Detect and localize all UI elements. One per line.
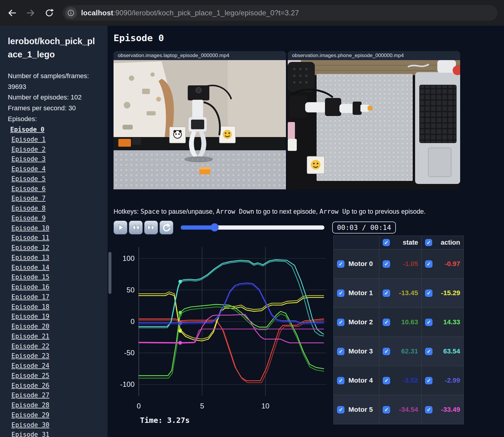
sidebar-episode-link[interactable]: Episode 22 [11, 341, 100, 351]
sidebar-episode-link[interactable]: Episode 24 [11, 361, 100, 371]
motor-action-value: -2.99 [445, 377, 460, 384]
sidebar-episode-link[interactable]: Episode 13 [11, 253, 100, 263]
motor-label: Motor 3 [348, 347, 373, 355]
reload-icon[interactable] [44, 8, 55, 18]
motor-state-checkbox[interactable]: ✓ [383, 319, 390, 326]
sidebar-episode-link[interactable]: Episode 31 [11, 430, 100, 437]
motor-state-checkbox[interactable]: ✓ [383, 348, 390, 355]
hotkey-arrow-up: Arrow Up [320, 208, 350, 215]
sidebar-episode-link[interactable]: Episode 29 [11, 410, 100, 420]
motor-row-checkbox[interactable]: ✓ [337, 289, 345, 297]
motor-action-checkbox[interactable]: ✓ [425, 377, 433, 384]
sidebar-episode-link[interactable]: Episode 8 [11, 203, 100, 213]
sidebar-episode-link[interactable]: Episode 30 [11, 420, 100, 430]
sidebar-episode-link[interactable]: Episode 15 [11, 272, 100, 282]
sidebar-episode-link[interactable]: Episode 2 [11, 145, 100, 154]
motor-table-row: ✓Motor 1✓-13.45✓-15.29 [334, 278, 463, 307]
sidebar-episode-link[interactable]: Episode 16 [11, 282, 100, 292]
motor-action-checkbox[interactable]: ✓ [425, 319, 433, 326]
motor-state-value: -1.05 [403, 260, 418, 268]
video-row: observation.images.laptop_episode_000000… [114, 51, 504, 189]
motor-state-checkbox[interactable]: ✓ [383, 289, 390, 297]
motor-label: Motor 5 [348, 406, 373, 414]
motor-table-row: ✓Motor 2✓10.63✓14.33 [334, 307, 463, 337]
motor-state-checkbox[interactable]: ✓ [383, 260, 390, 268]
fps-count: Frames per second: 30 [8, 103, 98, 114]
time-marker-dot [178, 341, 182, 344]
sidebar-episode-link[interactable]: Episode 18 [11, 302, 100, 312]
motor-table-header: ✓ state ✓ action [334, 236, 463, 249]
rewind-button[interactable] [129, 221, 143, 234]
timeline-slider-thumb[interactable] [211, 223, 219, 231]
sidebar-episode-link[interactable]: Episode 28 [11, 400, 100, 410]
sidebar-episode-link[interactable]: Episode 21 [11, 332, 100, 341]
hotkeys-seg3: to go to previous episode. [350, 208, 426, 215]
motor-action-checkbox[interactable]: ✓ [425, 289, 433, 297]
sidebar-episode-link[interactable]: Episode 25 [11, 371, 100, 381]
video-scene-laptop-camera [114, 60, 286, 189]
y-tick-label: 0 [131, 317, 135, 325]
motor-action-checkbox[interactable]: ✓ [425, 348, 433, 355]
play-button[interactable] [114, 221, 127, 234]
state-column-checkbox[interactable]: ✓ [383, 239, 390, 246]
motor-table-header-action: ✓ action [421, 236, 463, 249]
sidebar-episode-link[interactable]: Episode 4 [11, 164, 100, 174]
motor-table: ✓ state ✓ action ✓Motor 0✓-1.05✓-0.97✓Mo… [333, 236, 464, 424]
motor-state-checkbox[interactable]: ✓ [383, 377, 390, 384]
browser-toolbar: localhost:9090/lerobot/koch_pick_place_1… [0, 0, 504, 26]
motor-action-value: 63.54 [443, 347, 460, 355]
sidebar-episode-link[interactable]: Episode 6 [11, 184, 100, 194]
sidebar-episode-link[interactable]: Episode 20 [11, 322, 100, 332]
x-tick-label: 5 [200, 402, 204, 410]
motor-row-checkbox[interactable]: ✓ [337, 260, 345, 268]
site-info-icon[interactable] [65, 7, 77, 19]
series-motor0-state [139, 320, 324, 383]
timeline-slider-fill [181, 225, 214, 230]
sidebar-episode-link[interactable]: Episode 7 [11, 194, 100, 203]
sidebar-episode-link[interactable]: Episode 19 [11, 312, 100, 322]
fast-forward-button[interactable] [144, 221, 158, 234]
motor-state-value: -34.54 [399, 406, 418, 414]
motor-state-value: 62.31 [401, 347, 418, 355]
sidebar-episode-link[interactable]: Episode 0 [10, 125, 100, 135]
loop-button[interactable] [159, 221, 173, 234]
motor-row-checkbox[interactable]: ✓ [337, 348, 345, 355]
motor-state-checkbox[interactable]: ✓ [383, 406, 390, 414]
series-motor1-state [139, 292, 324, 339]
sidebar-episode-link[interactable]: Episode 14 [11, 263, 100, 273]
motor-row-checkbox[interactable]: ✓ [337, 319, 345, 326]
action-column-checkbox[interactable]: ✓ [425, 239, 432, 246]
hotkeys-seg1: to pause/unpause, [159, 208, 216, 215]
sidebar-episode-link[interactable]: Episode 3 [11, 154, 100, 164]
episodes-count: Number of episodes: 102 [8, 92, 98, 103]
time-marker-dot [178, 311, 182, 314]
x-tick-label: 10 [261, 402, 269, 410]
back-icon[interactable] [7, 8, 17, 18]
sidebar-episode-link[interactable]: Episode 23 [11, 351, 100, 361]
motor-table-header-empty [334, 236, 379, 249]
time-marker-dot [178, 329, 182, 333]
sidebar-episode-link[interactable]: Episode 9 [11, 213, 100, 223]
sidebar-episode-link[interactable]: Episode 27 [11, 390, 100, 400]
motor-row-checkbox[interactable]: ✓ [337, 406, 345, 414]
motor-action-checkbox[interactable]: ✓ [425, 406, 433, 414]
sidebar-episode-link[interactable]: Episode 5 [11, 174, 100, 184]
timeline-slider[interactable] [181, 225, 324, 230]
motor-label: Motor 4 [348, 377, 373, 384]
sidebar-episode-link[interactable]: Episode 11 [11, 233, 100, 243]
url-bar[interactable]: localhost:9090/lerobot/koch_pick_place_1… [62, 5, 497, 21]
motor-action-value: -15.29 [441, 289, 460, 297]
motor-action-checkbox[interactable]: ✓ [425, 260, 433, 268]
sidebar-episode-link[interactable]: Episode 1 [11, 135, 100, 145]
sidebar-episode-link[interactable]: Episode 12 [11, 243, 100, 253]
forward-icon[interactable] [25, 8, 36, 18]
vertical-scrollbar-thumb[interactable] [108, 252, 111, 294]
video-label-phone: observation.images.phone_episode_000000.… [288, 51, 460, 60]
motor-row-checkbox[interactable]: ✓ [337, 377, 345, 384]
playback-controls: 00:03 / 00:14 [114, 221, 504, 234]
sidebar-episode-link[interactable]: Episode 10 [11, 223, 100, 233]
sidebar-episode-link[interactable]: Episode 17 [11, 292, 100, 302]
sidebar-episode-link[interactable]: Episode 26 [11, 381, 100, 391]
url-host: localhost [81, 9, 113, 17]
chart-time-label: Time: 3.27s [140, 416, 190, 425]
